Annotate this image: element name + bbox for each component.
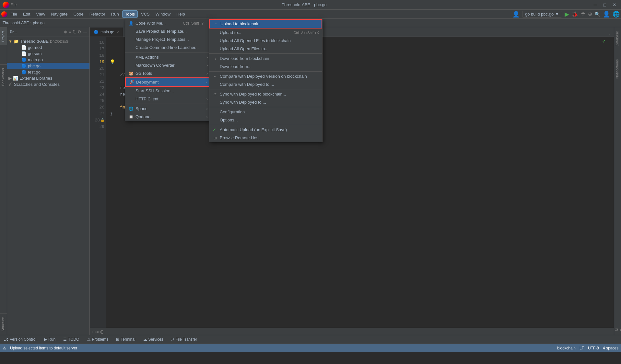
right-tab-make[interactable]: Make: [614, 326, 621, 334]
status-left: ⚠ Upload selected items to default serve…: [3, 346, 77, 350]
plugin-icon[interactable]: 🌐: [613, 11, 620, 18]
code-line-21: // 执行配对操作: [110, 72, 610, 78]
menu-window[interactable]: Window: [153, 11, 173, 17]
sidebar-expand-icon[interactable]: ⇅: [73, 29, 76, 34]
breadcrumb-project[interactable]: Threshold-ABE: [3, 21, 29, 25]
bottom-tab-todo[interactable]: ☰ TODO: [62, 335, 80, 344]
terminal-icon: ⊞: [116, 337, 119, 342]
sidebar-header: Pr... ⊕ ≡ ⇅ ⚙ —: [7, 27, 89, 37]
code-line-26: fmt.Printf ( format: "P: [110, 104, 610, 111]
tab-overflow-icon[interactable]: ⋮: [604, 32, 614, 37]
tab-close-icon[interactable]: ✕: [116, 30, 119, 34]
menu-tools[interactable]: Tools: [122, 10, 138, 18]
status-bar: ⚠ Upload selected items to default serve…: [0, 344, 621, 352]
maingo-label: main.go: [28, 57, 43, 62]
run-config-selector[interactable]: go build pbc.go ▼: [522, 11, 562, 17]
extlib-label: External Libraries: [19, 76, 52, 81]
code-line-27: }: [110, 111, 610, 117]
tree-item-extlib[interactable]: ▶ 📊 External Libraries: [7, 75, 89, 81]
menu-vcs[interactable]: VCS: [138, 11, 152, 17]
run-button[interactable]: ▶: [565, 11, 569, 18]
coverage-button[interactable]: ☂: [581, 11, 585, 17]
comment-text: // 执行配对操作: [110, 72, 153, 78]
left-tab-bookmarks[interactable]: Bookmarks: [0, 64, 7, 89]
tab-label: main.go: [100, 30, 114, 34]
tree-item-testgo[interactable]: 🔵 test.go: [7, 69, 89, 75]
sidebar-tree: ▼ 📁 Threshold-ABE D:\CODE\G 📄 go.mod 📄 g…: [7, 37, 89, 335]
root-name: Threshold-ABE: [20, 39, 49, 44]
left-tab-structure[interactable]: Structure: [0, 313, 7, 335]
bottom-tab-problems[interactable]: ⚠ Problems: [86, 335, 110, 344]
tree-item-scratches[interactable]: 🖊 Scratches and Consoles: [7, 81, 89, 87]
status-encoding[interactable]: UTF-8: [588, 346, 599, 350]
avatar[interactable]: 👤: [603, 11, 610, 18]
main-layout: Project Bookmarks Structure Pr... ⊕ ≡ ⇅ …: [0, 27, 621, 335]
right-tab-database[interactable]: Database: [614, 28, 621, 49]
code-line-22: [110, 78, 610, 85]
sidebar-settings-icon[interactable]: ⚙: [77, 29, 81, 34]
pbcgo-icon: 🔵: [21, 63, 27, 68]
scratches-label: Scratches and Consoles: [14, 82, 60, 87]
breadcrumb: Threshold-ABE › pbc.go: [0, 19, 621, 27]
todo-label: TODO: [68, 337, 79, 342]
tree-item-pbcgo[interactable]: 🔵 pbc.go: [7, 63, 89, 69]
minimize-button[interactable]: ─: [592, 2, 599, 8]
gomod-label: go.mod: [28, 45, 42, 50]
bulb-icon[interactable]: 💡: [110, 59, 115, 65]
sidebar-close-icon[interactable]: —: [83, 29, 87, 34]
code-line-23: result := pairing. Ne: [110, 85, 610, 91]
breadcrumb-file[interactable]: pbc.go: [33, 21, 44, 25]
tree-item-gosum[interactable]: 📄 go.sum: [7, 51, 89, 57]
menu-code[interactable]: Code: [71, 11, 86, 17]
profile-button[interactable]: ⊕: [588, 11, 592, 17]
bottom-tab-terminal[interactable]: ⊞ Terminal: [115, 335, 136, 344]
menu-file[interactable]: File: [8, 11, 20, 17]
footer-function: main(): [92, 329, 103, 334]
window-title: Threshold-ABE - pbc.go: [282, 2, 327, 7]
debug-button[interactable]: 🐞: [572, 11, 578, 17]
todo-icon: ☰: [63, 337, 67, 342]
bottom-tab-vc[interactable]: ⎇ Version Control: [3, 335, 38, 344]
sidebar-sync-icon[interactable]: ⊕: [64, 29, 67, 34]
menu-refactor[interactable]: Refactor: [87, 11, 108, 17]
code-editor[interactable]: 💡 // 执行配对操作 result := pairing. Ne result…: [106, 37, 614, 328]
tree-item-root[interactable]: ▼ 📁 Threshold-ABE D:\CODE\G: [7, 38, 89, 44]
right-tabs: Database Notifications Make: [614, 27, 621, 335]
testgo-icon: 🔵: [21, 70, 27, 74]
bottom-tab-run[interactable]: ▶ Run: [43, 335, 57, 344]
file-menu-label[interactable]: File: [10, 3, 17, 7]
maximize-button[interactable]: □: [602, 2, 608, 8]
menu-navigate[interactable]: Navigate: [48, 11, 70, 17]
account-icon[interactable]: 👤: [512, 11, 520, 18]
vc-label: Version Control: [10, 337, 36, 342]
code-line-19: 💡: [110, 59, 610, 65]
code-line-16: [110, 40, 610, 46]
tab-maingo[interactable]: 🔵 main.go ✕: [90, 28, 123, 37]
status-eol[interactable]: LF: [580, 346, 584, 350]
tree-item-gomod[interactable]: 📄 go.mod: [7, 44, 89, 51]
sidebar-collapse-icon[interactable]: ≡: [69, 29, 71, 34]
gomod-icon: 📄: [21, 45, 27, 50]
left-tab-project[interactable]: Project: [0, 27, 7, 45]
menu-help[interactable]: Help: [174, 11, 188, 17]
status-message: Upload selected items to default server: [10, 346, 77, 350]
search-icon[interactable]: 🔍: [595, 12, 600, 17]
close-button[interactable]: ✕: [611, 2, 618, 8]
testgo-label: test.go: [28, 70, 41, 74]
tree-item-maingo[interactable]: 🔵 main.go: [7, 57, 89, 63]
status-indent[interactable]: 4 spaces: [603, 346, 618, 350]
extlib-icon: 📊: [13, 76, 18, 81]
bottom-tab-filetransfer[interactable]: ⇄ File Transfer: [170, 335, 199, 344]
editor-area: 🔵 main.go ✕ ⋮ 16 17 18 19 20 21 22 23 24…: [90, 27, 614, 335]
status-branch[interactable]: blockchain: [557, 346, 576, 350]
run-label: Run: [48, 337, 55, 342]
menu-view[interactable]: View: [33, 11, 48, 17]
menu-run[interactable]: Run: [109, 11, 122, 17]
terminal-label: Terminal: [121, 337, 135, 342]
code-line-20: [110, 65, 610, 72]
scratches-icon: 🖊: [8, 82, 13, 87]
right-tab-notifications[interactable]: Notifications: [614, 57, 621, 81]
menu-edit[interactable]: Edit: [20, 11, 33, 17]
bottom-tab-services[interactable]: ☁ Services: [142, 335, 165, 344]
gosum-icon: 📄: [21, 51, 27, 56]
